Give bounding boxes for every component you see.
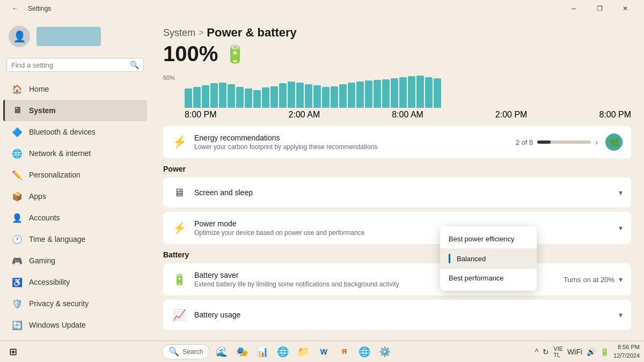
taskbar-search-box[interactable]: 🔍 Search — [162, 344, 210, 359]
taskbar-center: 🔍 Search 🌊 🎭 📊 🌐 📁 W Я 🌐 ⚙️ — [162, 343, 393, 360]
taskbar-app-chrome[interactable]: 🌐 — [274, 343, 291, 360]
back-button[interactable]: ← — [6, 0, 24, 17]
sidebar-item-system[interactable]: 🖥 System — [3, 100, 147, 121]
tray-refresh-icon[interactable]: ↻ — [541, 346, 550, 357]
search-icon: 🔍 — [130, 61, 139, 69]
home-icon: 🏠 — [12, 84, 23, 94]
taskbar-app-presentation[interactable]: 🎭 — [233, 343, 251, 360]
chart-bar — [202, 85, 209, 108]
battery-saver-right: Turns on at 20% ▾ — [564, 275, 623, 284]
taskbar-search-icon: 🔍 — [169, 346, 179, 357]
chart-x-label-4: 2:00 PM — [495, 110, 528, 120]
chart-bar — [305, 84, 312, 108]
power-mode-card[interactable]: ⚡ Power mode Optimize your device based … — [163, 212, 631, 244]
sidebar-item-accounts[interactable]: 👤 Accounts — [3, 207, 147, 228]
taskbar-app-files[interactable]: 📁 — [295, 343, 312, 360]
sidebar-item-label: Personalization — [29, 171, 80, 179]
chart-y-label: 50% — [163, 75, 175, 81]
start-button[interactable]: ⊞ — [4, 343, 21, 360]
accounts-icon: 👤 — [12, 212, 23, 223]
energy-card-subtitle: Lower your carbon footprint by applying … — [194, 143, 508, 151]
power-section-label: Power — [163, 165, 631, 173]
battery-usage-row[interactable]: 📈 Battery usage ▾ — [163, 300, 631, 330]
sidebar-item-update[interactable]: 🔄 Windows Update — [3, 314, 147, 336]
taskbar-app-settings[interactable]: ⚙️ — [376, 343, 393, 360]
chart-bar — [434, 78, 441, 108]
screen-sleep-text: Screen and sleep — [194, 188, 611, 197]
chart-x-label-5: 8:00 PM — [599, 110, 631, 120]
battery-saver-card[interactable]: 🔋 Battery saver Extend battery life by l… — [163, 263, 631, 295]
taskbar-app-excel[interactable]: 📊 — [254, 343, 271, 360]
search-input[interactable] — [11, 61, 130, 69]
volume-icon[interactable]: 🔊 — [586, 346, 597, 357]
chart-bar — [391, 78, 398, 108]
chart-bar — [279, 83, 287, 108]
sidebar-item-privacy[interactable]: 🛡️ Privacy & security — [3, 293, 147, 314]
taskbar-app-yandex[interactable]: Я — [335, 343, 353, 360]
user-name-placeholder — [36, 27, 101, 46]
breadcrumb-current: Power & battery — [207, 26, 297, 40]
balanced-label: Balanced — [457, 255, 486, 263]
energy-recommendations-card[interactable]: ⚡ Energy recommendations Lower your carb… — [163, 126, 631, 158]
chart-bar — [416, 76, 424, 108]
chart-bar — [219, 83, 226, 108]
taskbar-app-browser[interactable]: 🌊 — [213, 343, 230, 360]
clock-time: 8:56 PM — [613, 343, 640, 351]
chart-x-label-1: 8:00 PM — [185, 110, 217, 120]
tray-chevron-icon[interactable]: ^ — [534, 346, 540, 357]
sidebar-item-gaming[interactable]: 🎮 Gaming — [3, 250, 147, 271]
breadcrumb-parent[interactable]: System — [163, 27, 195, 39]
energy-card-title: Energy recommendations — [194, 134, 508, 142]
sidebar-item-personalization[interactable]: ✏️ Personalization — [3, 164, 147, 186]
language-indicator[interactable]: VIETL — [552, 344, 564, 359]
battery-status: 100% 🔋 — [163, 42, 631, 66]
power-mode-dropdown: Best power efficiency Balanced Best perf… — [440, 226, 537, 291]
power-mode-title: Power mode — [194, 219, 611, 228]
apps-icon: 📦 — [12, 191, 23, 202]
system-icon: 🖥 — [12, 105, 23, 116]
sidebar-item-bluetooth[interactable]: 🔷 Bluetooth & devices — [3, 121, 147, 143]
sidebar-item-accessibility[interactable]: ♿ Accessibility — [3, 271, 147, 293]
close-button[interactable]: ✕ — [613, 0, 638, 17]
chart-x-label-3: 8:00 AM — [392, 110, 423, 120]
taskbar-app-chrome2[interactable]: 🌐 — [356, 343, 373, 360]
privacy-icon: 🛡️ — [12, 298, 23, 309]
wifi-icon[interactable]: WiFi — [566, 346, 583, 357]
sidebar-item-apps[interactable]: 📦 Apps — [3, 186, 147, 207]
screen-sleep-row[interactable]: 🖥 Screen and sleep ▾ — [163, 178, 631, 208]
clock-date: 12/7/2024 — [613, 352, 640, 360]
user-icon: 👤 — [13, 30, 26, 43]
battery-saver-row[interactable]: 🔋 Battery saver Extend battery life by l… — [163, 263, 631, 295]
chart-bar — [253, 90, 261, 108]
taskbar-right: ^ ↻ VIETL WiFi 🔊 🔋 8:56 PM 12/7/2024 — [534, 343, 640, 360]
chart-bar — [408, 76, 415, 108]
minimize-button[interactable]: ─ — [561, 0, 586, 17]
chart-bar — [374, 80, 381, 108]
progress-bar-container — [537, 141, 591, 144]
sidebar-item-home[interactable]: 🏠 Home — [3, 78, 147, 100]
battery-usage-card[interactable]: 📈 Battery usage ▾ — [163, 300, 631, 330]
chart-bar — [382, 79, 390, 108]
search-box[interactable]: 🔍 — [6, 58, 144, 72]
battery-tray-icon[interactable]: 🔋 — [599, 346, 610, 357]
chart-bar — [348, 83, 355, 108]
time-icon: 🕐 — [12, 234, 23, 245]
dropdown-item-balanced[interactable]: Balanced — [440, 248, 537, 269]
chart-bar — [331, 86, 338, 108]
tray-icons: ^ ↻ VIETL WiFi 🔊 🔋 — [534, 344, 610, 359]
dropdown-item-performance[interactable]: Best performance — [440, 269, 537, 287]
maximize-button[interactable]: ❐ — [587, 0, 612, 17]
sidebar-item-label: Windows Update — [29, 321, 86, 329]
energy-leaf-icon: 🌿 — [605, 134, 623, 151]
taskbar-app-word[interactable]: W — [315, 343, 332, 360]
power-mode-row[interactable]: ⚡ Power mode Optimize your device based … — [163, 212, 631, 244]
dropdown-item-efficiency[interactable]: Best power efficiency — [440, 230, 537, 248]
screen-sleep-card[interactable]: 🖥 Screen and sleep ▾ — [163, 178, 631, 208]
energy-card-text: Energy recommendations Lower your carbon… — [194, 134, 508, 151]
sidebar-item-network[interactable]: 🌐 Network & internet — [3, 143, 147, 164]
titlebar-title: Settings — [28, 5, 51, 12]
chart-bar — [185, 88, 192, 108]
clock[interactable]: 8:56 PM 12/7/2024 — [613, 343, 640, 360]
battery-saver-status: Turns on at 20% — [564, 276, 614, 284]
sidebar-item-time[interactable]: 🕐 Time & language — [3, 228, 147, 250]
